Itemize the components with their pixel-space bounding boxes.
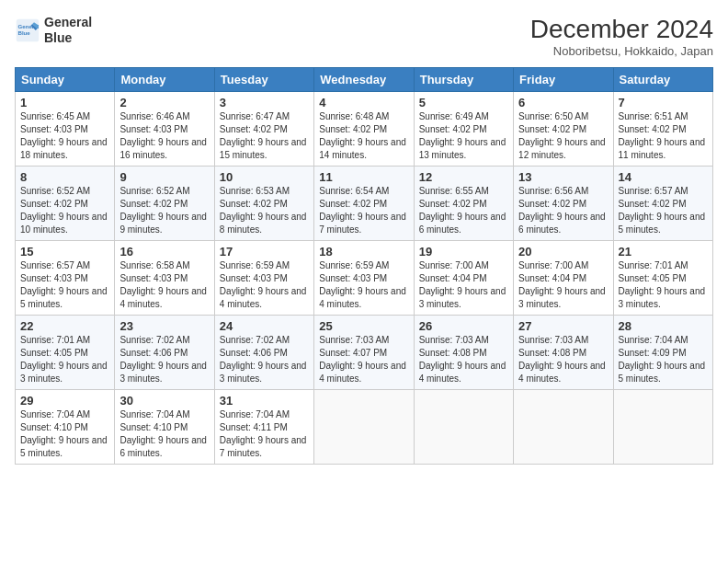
day-detail: Sunrise: 6:53 AMSunset: 4:02 PMDaylight:… xyxy=(220,185,309,236)
table-row: 28Sunrise: 7:04 AMSunset: 4:09 PMDayligh… xyxy=(613,316,712,390)
day-detail: Sunrise: 6:55 AMSunset: 4:02 PMDaylight:… xyxy=(419,185,508,236)
day-number: 16 xyxy=(119,245,209,259)
day-number: 4 xyxy=(319,96,408,109)
day-number: 11 xyxy=(319,170,408,184)
calendar-week-1: 1Sunrise: 6:45 AMSunset: 4:03 PMDaylight… xyxy=(16,92,713,167)
table-row: 7Sunrise: 6:51 AMSunset: 4:02 PMDaylight… xyxy=(613,92,712,167)
day-detail: Sunrise: 6:59 AMSunset: 4:03 PMDaylight:… xyxy=(220,259,309,311)
day-detail: Sunrise: 7:04 AMSunset: 4:11 PMDaylight:… xyxy=(220,408,309,460)
day-number: 2 xyxy=(119,96,209,109)
table-row: 30Sunrise: 7:04 AMSunset: 4:10 PMDayligh… xyxy=(115,390,214,465)
svg-text:Blue: Blue xyxy=(18,29,31,36)
table-row: 21Sunrise: 7:01 AMSunset: 4:05 PMDayligh… xyxy=(613,241,712,316)
day-detail: Sunrise: 7:02 AMSunset: 4:06 PMDaylight:… xyxy=(119,334,209,385)
table-row: 14Sunrise: 6:57 AMSunset: 4:02 PMDayligh… xyxy=(613,167,712,241)
day-number: 1 xyxy=(20,96,109,109)
table-row: 4Sunrise: 6:48 AMSunset: 4:02 PMDaylight… xyxy=(314,92,414,167)
day-number: 14 xyxy=(619,170,708,184)
table-row: 26Sunrise: 7:03 AMSunset: 4:08 PMDayligh… xyxy=(414,316,513,390)
calendar-week-4: 22Sunrise: 7:01 AMSunset: 4:05 PMDayligh… xyxy=(16,316,713,390)
day-number: 27 xyxy=(518,319,608,333)
day-detail: Sunrise: 7:04 AMSunset: 4:10 PMDaylight:… xyxy=(20,408,109,460)
table-row: 9Sunrise: 6:52 AMSunset: 4:02 PMDaylight… xyxy=(115,167,214,241)
day-detail: Sunrise: 6:58 AMSunset: 4:03 PMDaylight:… xyxy=(119,259,209,311)
page-header: General Blue General Blue December 2024 … xyxy=(15,15,713,58)
table-row xyxy=(514,390,613,465)
table-row: 29Sunrise: 7:04 AMSunset: 4:10 PMDayligh… xyxy=(16,390,115,465)
day-detail: Sunrise: 6:57 AMSunset: 4:02 PMDaylight:… xyxy=(619,185,708,236)
day-detail: Sunrise: 7:03 AMSunset: 4:08 PMDaylight:… xyxy=(419,334,508,385)
table-row: 23Sunrise: 7:02 AMSunset: 4:06 PMDayligh… xyxy=(115,316,214,390)
col-tuesday: Tuesday xyxy=(214,68,313,92)
table-row: 3Sunrise: 6:47 AMSunset: 4:02 PMDaylight… xyxy=(214,92,313,167)
table-row xyxy=(414,390,513,465)
table-row: 1Sunrise: 6:45 AMSunset: 4:03 PMDaylight… xyxy=(16,92,115,167)
table-row: 2Sunrise: 6:46 AMSunset: 4:03 PMDaylight… xyxy=(115,92,214,167)
day-detail: Sunrise: 7:00 AMSunset: 4:04 PMDaylight:… xyxy=(518,259,608,311)
table-row: 8Sunrise: 6:52 AMSunset: 4:02 PMDaylight… xyxy=(16,167,115,241)
day-number: 19 xyxy=(419,245,508,259)
table-row: 31Sunrise: 7:04 AMSunset: 4:11 PMDayligh… xyxy=(214,390,313,465)
day-detail: Sunrise: 6:48 AMSunset: 4:02 PMDaylight:… xyxy=(319,110,408,162)
day-number: 25 xyxy=(319,319,408,333)
day-detail: Sunrise: 7:01 AMSunset: 4:05 PMDaylight:… xyxy=(619,259,708,311)
title-area: December 2024 Noboribetsu, Hokkaido, Jap… xyxy=(530,15,713,58)
day-detail: Sunrise: 6:47 AMSunset: 4:02 PMDaylight:… xyxy=(220,110,309,162)
day-detail: Sunrise: 6:49 AMSunset: 4:02 PMDaylight:… xyxy=(419,110,508,162)
table-row: 27Sunrise: 7:03 AMSunset: 4:08 PMDayligh… xyxy=(514,316,613,390)
day-number: 9 xyxy=(119,170,209,184)
table-row: 13Sunrise: 6:56 AMSunset: 4:02 PMDayligh… xyxy=(514,167,613,241)
day-number: 17 xyxy=(220,245,309,259)
table-row: 5Sunrise: 6:49 AMSunset: 4:02 PMDaylight… xyxy=(414,92,513,167)
day-number: 29 xyxy=(20,394,109,408)
location-text: Noboribetsu, Hokkaido, Japan xyxy=(530,44,713,58)
day-number: 5 xyxy=(419,96,508,109)
table-row: 15Sunrise: 6:57 AMSunset: 4:03 PMDayligh… xyxy=(16,241,115,316)
day-number: 26 xyxy=(419,319,508,333)
day-number: 20 xyxy=(518,245,608,259)
day-number: 21 xyxy=(619,245,708,259)
day-detail: Sunrise: 6:57 AMSunset: 4:03 PMDaylight:… xyxy=(20,259,109,311)
day-number: 6 xyxy=(518,96,608,109)
day-detail: Sunrise: 7:03 AMSunset: 4:08 PMDaylight:… xyxy=(518,334,608,385)
day-detail: Sunrise: 7:04 AMSunset: 4:10 PMDaylight:… xyxy=(119,408,209,460)
logo: General Blue General Blue xyxy=(15,15,92,46)
logo-text-blue: Blue xyxy=(44,30,92,46)
logo-icon: General Blue xyxy=(15,17,40,43)
day-detail: Sunrise: 6:50 AMSunset: 4:02 PMDaylight:… xyxy=(518,110,608,162)
col-saturday: Saturday xyxy=(613,68,712,92)
col-sunday: Sunday xyxy=(16,68,115,92)
table-row: 11Sunrise: 6:54 AMSunset: 4:02 PMDayligh… xyxy=(314,167,414,241)
table-row: 10Sunrise: 6:53 AMSunset: 4:02 PMDayligh… xyxy=(214,167,313,241)
day-number: 31 xyxy=(220,394,309,408)
table-row: 19Sunrise: 7:00 AMSunset: 4:04 PMDayligh… xyxy=(414,241,513,316)
table-row xyxy=(314,390,414,465)
col-thursday: Thursday xyxy=(414,68,513,92)
table-row: 6Sunrise: 6:50 AMSunset: 4:02 PMDaylight… xyxy=(514,92,613,167)
day-detail: Sunrise: 7:02 AMSunset: 4:06 PMDaylight:… xyxy=(220,334,309,385)
table-row: 24Sunrise: 7:02 AMSunset: 4:06 PMDayligh… xyxy=(214,316,313,390)
calendar-week-2: 8Sunrise: 6:52 AMSunset: 4:02 PMDaylight… xyxy=(16,167,713,241)
col-monday: Monday xyxy=(115,68,214,92)
day-detail: Sunrise: 6:45 AMSunset: 4:03 PMDaylight:… xyxy=(20,110,109,162)
day-detail: Sunrise: 6:56 AMSunset: 4:02 PMDaylight:… xyxy=(518,185,608,236)
day-number: 15 xyxy=(20,245,109,259)
day-number: 22 xyxy=(20,319,109,333)
day-number: 24 xyxy=(220,319,309,333)
day-number: 28 xyxy=(619,319,708,333)
day-number: 7 xyxy=(619,96,708,109)
day-detail: Sunrise: 6:54 AMSunset: 4:02 PMDaylight:… xyxy=(319,185,408,236)
table-row: 18Sunrise: 6:59 AMSunset: 4:03 PMDayligh… xyxy=(314,241,414,316)
day-detail: Sunrise: 7:03 AMSunset: 4:07 PMDaylight:… xyxy=(319,334,408,385)
calendar-week-5: 29Sunrise: 7:04 AMSunset: 4:10 PMDayligh… xyxy=(16,390,713,465)
calendar-header-row: Sunday Monday Tuesday Wednesday Thursday… xyxy=(16,68,713,92)
day-number: 18 xyxy=(319,245,408,259)
logo-text-general: General xyxy=(44,15,92,30)
table-row xyxy=(613,390,712,465)
col-friday: Friday xyxy=(514,68,613,92)
table-row: 17Sunrise: 6:59 AMSunset: 4:03 PMDayligh… xyxy=(214,241,313,316)
table-row: 12Sunrise: 6:55 AMSunset: 4:02 PMDayligh… xyxy=(414,167,513,241)
calendar-week-3: 15Sunrise: 6:57 AMSunset: 4:03 PMDayligh… xyxy=(16,241,713,316)
day-number: 10 xyxy=(220,170,309,184)
table-row: 16Sunrise: 6:58 AMSunset: 4:03 PMDayligh… xyxy=(115,241,214,316)
